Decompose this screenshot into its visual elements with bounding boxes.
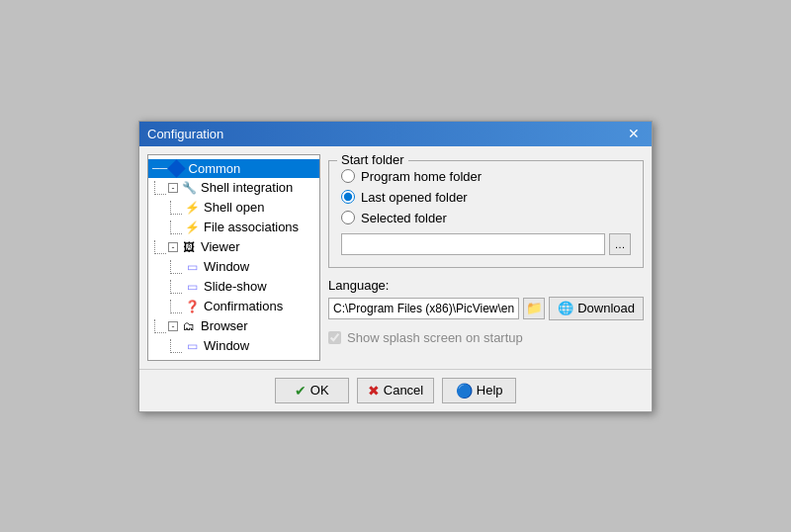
right-panel: Start folder Program home folder Last op… bbox=[328, 154, 644, 361]
language-path-input[interactable] bbox=[328, 298, 519, 319]
radio-last-opened-input[interactable] bbox=[341, 190, 355, 204]
radio-selected-folder-input[interactable] bbox=[341, 211, 355, 224]
download-button[interactable]: 🌐 Download bbox=[549, 297, 644, 320]
dialog-title: Configuration bbox=[147, 127, 223, 141]
dialog-body: ── Common - 🔧 Shell integration ⚡ Shell … bbox=[139, 146, 652, 369]
ok-icon: ✔ bbox=[295, 383, 307, 399]
radio-last-opened-label: Last opened folder bbox=[361, 190, 468, 205]
expander-browser[interactable]: - bbox=[168, 321, 178, 331]
tree-item-viewer-window[interactable]: ▭ Window bbox=[148, 257, 319, 277]
confirmations-icon: ❓ bbox=[184, 299, 200, 314]
viewer-window-icon: ▭ bbox=[184, 259, 200, 275]
language-section: Language: 📁 🌐 Download bbox=[328, 278, 644, 320]
splash-checkbox[interactable] bbox=[328, 331, 341, 344]
cancel-label: Cancel bbox=[384, 383, 423, 398]
radio-program-home-input[interactable] bbox=[341, 169, 355, 183]
help-label: Help bbox=[477, 383, 503, 398]
radio-program-home-label: Program home folder bbox=[361, 169, 482, 184]
slideshow-icon: ▭ bbox=[184, 279, 200, 295]
folder-browse-button[interactable]: … bbox=[609, 233, 631, 255]
radio-selected-folder-label: Selected folder bbox=[361, 211, 447, 225]
file-assoc-icon: ⚡ bbox=[184, 220, 200, 235]
expander-shell[interactable]: - bbox=[168, 183, 178, 193]
language-browse-icon: 📁 bbox=[526, 301, 543, 315]
ok-button[interactable]: ✔ OK bbox=[275, 378, 349, 403]
radio-selected-folder[interactable]: Selected folder bbox=[341, 211, 631, 225]
expander-viewer[interactable]: - bbox=[168, 242, 178, 252]
common-icon bbox=[167, 159, 185, 177]
cancel-icon: ✖ bbox=[368, 383, 380, 399]
start-folder-group: Start folder Program home folder Last op… bbox=[328, 160, 644, 268]
tree-panel: ── Common - 🔧 Shell integration ⚡ Shell … bbox=[147, 154, 320, 361]
ok-label: OK bbox=[310, 383, 329, 398]
tree-item-confirmations[interactable]: ❓ Confirmations bbox=[148, 297, 319, 316]
shell-icon: 🔧 bbox=[181, 180, 197, 196]
browser-window-icon: ▭ bbox=[184, 338, 200, 354]
title-bar: Configuration ✕ bbox=[139, 122, 652, 146]
splash-label: Show splash screen on startup bbox=[347, 330, 523, 345]
close-button[interactable]: ✕ bbox=[624, 127, 644, 140]
language-label: Language: bbox=[328, 278, 644, 293]
radio-program-home[interactable]: Program home folder bbox=[341, 169, 631, 184]
radio-last-opened[interactable]: Last opened folder bbox=[341, 190, 631, 205]
tree-item-browser[interactable]: - 🗂 Browser bbox=[148, 316, 319, 336]
language-row: 📁 🌐 Download bbox=[328, 297, 644, 320]
splash-row: Show splash screen on startup bbox=[328, 330, 644, 345]
folder-path-input[interactable] bbox=[341, 233, 605, 255]
shell-open-icon: ⚡ bbox=[184, 200, 200, 216]
tree-item-browser-window[interactable]: ▭ Window bbox=[148, 336, 319, 356]
download-icon: 🌐 bbox=[558, 301, 573, 315]
configuration-dialog: Configuration ✕ ── Common - 🔧 Shell inte… bbox=[138, 121, 653, 412]
viewer-icon: 🖼 bbox=[181, 239, 197, 255]
folder-path-row: … bbox=[341, 233, 631, 255]
group-label: Start folder bbox=[337, 152, 408, 167]
bottom-bar: ✔ OK ✖ Cancel 🔵 Help bbox=[139, 369, 652, 411]
tree-item-viewer[interactable]: - 🖼 Viewer bbox=[148, 237, 319, 257]
download-label: Download bbox=[577, 301, 635, 315]
cancel-button[interactable]: ✖ Cancel bbox=[357, 378, 434, 403]
tree-item-shell-open[interactable]: ⚡ Shell open bbox=[148, 198, 319, 218]
help-icon: 🔵 bbox=[456, 383, 473, 399]
tree-item-slideshow[interactable]: ▭ Slide-show bbox=[148, 277, 319, 297]
browser-icon: 🗂 bbox=[181, 318, 197, 334]
language-browse-button[interactable]: 📁 bbox=[523, 298, 545, 319]
tree-item-common[interactable]: ── Common bbox=[148, 159, 319, 178]
tree-item-file-assoc[interactable]: ⚡ File associations bbox=[148, 218, 319, 237]
help-button[interactable]: 🔵 Help bbox=[442, 378, 516, 403]
tree-item-shell-integration[interactable]: - 🔧 Shell integration bbox=[148, 178, 319, 198]
